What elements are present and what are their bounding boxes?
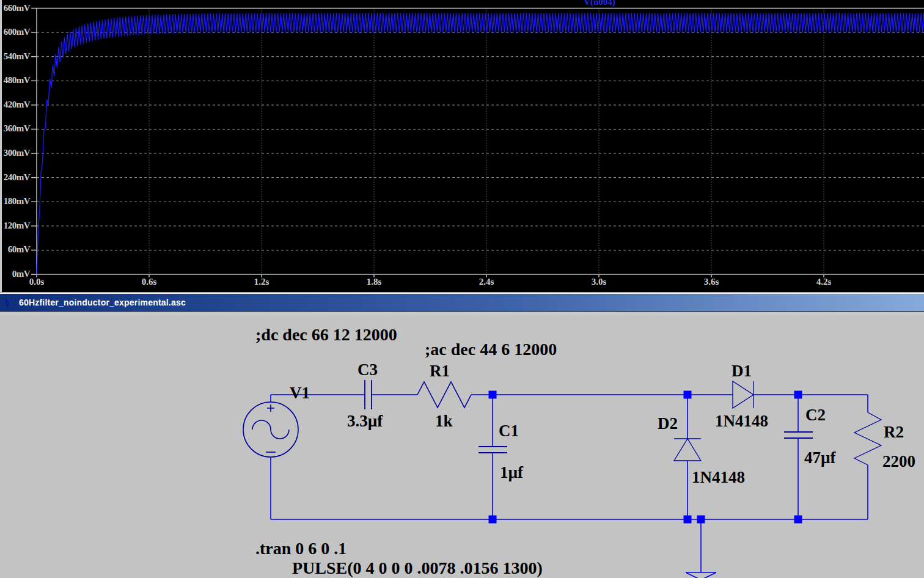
c2-label[interactable]: C2 — [805, 407, 826, 423]
ltspice-window-icon — [4, 298, 14, 308]
x-axis-tick-label: 2.4s — [468, 277, 505, 287]
spice-directive-ac[interactable]: ;ac dec 44 6 12000 — [425, 341, 557, 358]
x-axis-tick-label: 1.8s — [356, 277, 392, 287]
spice-directive-dc[interactable]: ;dc dec 66 12 12000 — [255, 326, 397, 343]
y-axis-tick-label: 600mV — [2, 27, 30, 37]
y-axis-tick-label: 60mV — [2, 244, 30, 254]
waveform-plot[interactable] — [2, 0, 924, 292]
schematic-window-titlebar[interactable]: 60Hzfilter_noinductor_experimental.asc — [0, 294, 924, 311]
spice-directive-tran[interactable]: .tran 0 6 0 .1 — [255, 540, 346, 557]
y-axis-tick-label: 540mV — [2, 51, 30, 61]
window-chrome: 60Hzfilter_noinductor_experimental.asc — [0, 292, 924, 315]
d1-label[interactable]: D1 — [732, 363, 752, 379]
ltspice-app: { "window": { "title": "60Hzfilter_noind… — [0, 0, 924, 578]
r2-value[interactable]: 2200 — [882, 453, 915, 470]
d1-symbol[interactable] — [733, 381, 754, 408]
y-axis-tick-label: 360mV — [2, 123, 30, 133]
trace-legend-label[interactable]: V(n004) — [575, 0, 624, 7]
x-axis-tick-label: 0.0s — [18, 277, 55, 287]
y-axis-tick-label: 420mV — [2, 100, 30, 109]
node-junctions — [489, 391, 802, 524]
y-axis-tick-label: 240mV — [2, 172, 30, 182]
d1-value[interactable]: 1N4148 — [715, 413, 768, 430]
schematic-pane[interactable]: ;dc dec 66 12 12000 ;ac dec 44 6 12000 .… — [0, 315, 924, 578]
y-axis-tick-label: 480mV — [2, 75, 30, 85]
c3-symbol[interactable] — [365, 380, 372, 409]
y-axis-tick-label: 180mV — [2, 196, 30, 206]
x-axis-tick-label: 3.0s — [581, 277, 617, 287]
c2-symbol[interactable] — [784, 432, 813, 438]
window-title: 60Hzfilter_noinductor_experimental.asc — [19, 298, 186, 307]
waveform-pane[interactable]: 660mV 600mV 540mV 480mV 420mV 360mV 300m… — [0, 0, 924, 292]
r1-value[interactable]: 1k — [435, 413, 453, 430]
c1-label[interactable]: C1 — [499, 423, 519, 439]
x-axis-tick-label: 3.6s — [693, 277, 730, 287]
x-axis-tick-label: 4.2s — [805, 277, 842, 287]
spice-directive-pulse[interactable]: PULSE(0 4 0 0 0 .0078 .0156 1300) — [292, 560, 543, 577]
x-axis-tick-label: 1.2s — [243, 277, 280, 287]
c1-symbol[interactable] — [479, 447, 507, 453]
y-axis-tick-label: 120mV — [2, 221, 30, 230]
c1-value[interactable]: 1µf — [500, 464, 523, 481]
c3-label[interactable]: C3 — [358, 362, 378, 378]
r1-symbol[interactable] — [417, 382, 471, 408]
v1-symbol[interactable] — [243, 402, 298, 457]
c3-value[interactable]: 3.3µf — [347, 413, 383, 430]
d2-label[interactable]: D2 — [658, 415, 678, 432]
v1-label[interactable]: V1 — [290, 385, 310, 401]
y-axis-tick-label: 300mV — [2, 148, 30, 158]
ground-symbol[interactable] — [686, 573, 716, 578]
r2-symbol[interactable] — [854, 412, 881, 465]
r2-label[interactable]: R2 — [884, 424, 904, 441]
c2-value[interactable]: 47µf — [804, 450, 836, 466]
x-axis-tick-label: 0.6s — [131, 277, 167, 287]
r1-label[interactable]: R1 — [430, 363, 450, 379]
d2-symbol[interactable] — [674, 439, 701, 461]
d2-value[interactable]: 1N4148 — [692, 469, 745, 486]
y-axis-tick-label: 660mV — [2, 3, 30, 13]
